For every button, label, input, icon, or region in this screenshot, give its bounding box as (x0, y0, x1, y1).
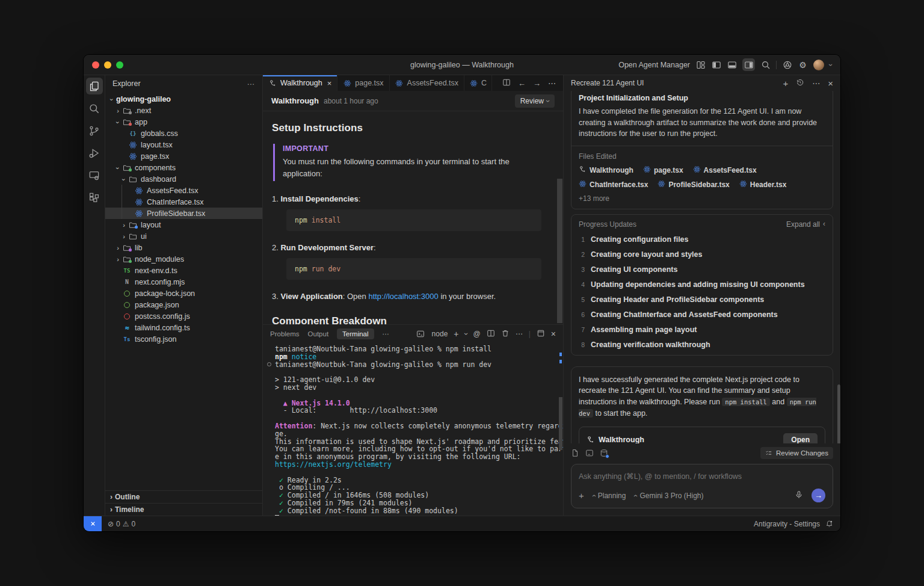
browser-icon[interactable] (782, 60, 792, 70)
add-context-icon[interactable]: + (579, 490, 584, 501)
maximize-panel-icon[interactable] (537, 329, 545, 339)
explorer-activity-icon[interactable] (86, 78, 103, 94)
attach-icon[interactable]: @ (473, 330, 481, 338)
shell-name[interactable]: node (432, 330, 448, 338)
agent-layout-icon[interactable] (695, 60, 706, 70)
file-chip[interactable]: page.tsx (643, 165, 683, 175)
microphone-icon[interactable] (795, 490, 803, 501)
tab-terminal[interactable]: Terminal (337, 328, 374, 339)
file-chip[interactable]: Header.tsx (739, 180, 787, 190)
navigate-forward-icon[interactable]: → (533, 79, 541, 88)
search-activity-icon[interactable] (86, 100, 103, 117)
tree-item-folder[interactable]: › ui (105, 230, 262, 242)
tree-item-folder[interactable]: › components (105, 162, 262, 173)
progress-item[interactable]: 3Creating UI components (571, 262, 833, 277)
terminal-output[interactable]: tanianest@Noutbuk-Tana glowing-galileo %… (263, 343, 563, 516)
search-icon[interactable] (760, 60, 771, 70)
remote-indicator[interactable] (84, 516, 102, 531)
close-agent-panel-icon[interactable]: × (828, 78, 833, 88)
toggle-bottom-panel-icon[interactable] (727, 60, 737, 70)
send-button[interactable]: → (812, 489, 825, 502)
mode-selector[interactable]: › Planning (593, 492, 626, 500)
progress-item[interactable]: 6Creating ChatInterface and AssetsFeed c… (571, 307, 833, 322)
zoom-window-button[interactable] (116, 61, 123, 69)
remote-explorer-activity-icon[interactable] (86, 167, 103, 184)
model-selector[interactable]: › Gemini 3 Pro (High) (634, 492, 703, 500)
tree-item-file[interactable]: package-lock.json (105, 288, 262, 299)
source-control-activity-icon[interactable] (86, 122, 103, 139)
new-conversation-icon[interactable]: + (783, 78, 788, 88)
tree-item-file[interactable]: postcss.config.js (105, 310, 262, 322)
run-debug-activity-icon[interactable] (86, 144, 103, 161)
file-chip[interactable]: ProfileSidebar.tsx (658, 180, 729, 190)
tree-item-file[interactable]: package.json (105, 299, 262, 310)
settings-status-item[interactable]: Antigravity - Settings (754, 520, 820, 528)
agent-scrollbar[interactable] (837, 384, 840, 443)
close-icon[interactable]: × (327, 79, 332, 88)
tree-item-folder[interactable]: › app (105, 116, 262, 128)
agent-conversation[interactable]: Project Initialization and Setup I have … (564, 91, 840, 443)
more-files-link[interactable]: +13 more (579, 194, 609, 203)
close-window-button[interactable] (92, 61, 99, 69)
tree-item-file[interactable]: AssetsFeed.tsx (105, 185, 262, 196)
tree-item-file[interactable]: N next.config.mjs (105, 276, 262, 288)
open-agent-manager-button[interactable]: Open Agent Manager (618, 61, 690, 69)
progress-item[interactable]: 1Creating configuration files (571, 232, 833, 247)
toggle-left-panel-icon[interactable] (711, 60, 721, 70)
walkthrough-content[interactable]: Setup Instructions IMPORTANT You must ru… (263, 111, 563, 324)
tree-item-file[interactable]: layout.tsx (105, 139, 262, 150)
extensions-activity-icon[interactable] (86, 189, 103, 206)
tree-item-file-selected[interactable]: ProfileSidebar.tsx (105, 208, 262, 219)
file-chip[interactable]: Walkthrough (579, 165, 633, 175)
progress-item[interactable]: 5Creating Header and ProfileSidebar comp… (571, 292, 833, 307)
walkthrough-artifact-card[interactable]: Walkthrough Open Walkthrough of the recr… (579, 427, 825, 444)
agent-more-icon[interactable]: ⋯ (812, 79, 820, 88)
tree-item-folder[interactable]: › node_modules (105, 253, 262, 265)
file-chip[interactable]: AssetsFeed.tsx (693, 165, 757, 175)
tree-item-file[interactable]: TS next-env.d.ts (105, 265, 262, 276)
tree-item-file[interactable]: ≈ tailwind.config.ts (105, 322, 262, 333)
new-terminal-chevron-icon[interactable]: › (463, 333, 470, 335)
chat-input[interactable] (579, 472, 825, 481)
account-chevron-down-icon[interactable]: › (827, 64, 834, 66)
chat-input-card[interactable]: + › Planning › Gemini 3 Pro (High) → (571, 464, 833, 508)
file-chip[interactable]: ChatInterface.tsx (579, 180, 648, 190)
tree-item-folder[interactable]: › layout (105, 219, 262, 230)
tab-chatinterface-truncated[interactable]: C (464, 75, 492, 91)
expand-all-button[interactable]: Expand all› (786, 220, 825, 229)
toggle-right-panel-icon[interactable] (742, 58, 755, 71)
terminal-more-icon[interactable]: ⋯ (516, 330, 523, 338)
outline-section[interactable]: › Outline (105, 490, 262, 503)
progress-item[interactable]: 8Creating verification walkthrough (571, 338, 833, 355)
kill-terminal-icon[interactable] (501, 329, 510, 339)
tree-item-root[interactable]: › glowing-galileo (105, 93, 262, 105)
new-terminal-icon[interactable]: + (454, 329, 458, 339)
code-block-run-dev[interactable]: npm run dev (286, 258, 541, 280)
tree-item-folder[interactable]: › .next (105, 105, 262, 116)
split-editor-icon[interactable] (502, 78, 511, 88)
review-button[interactable]: Review › (515, 94, 555, 108)
tree-item-file[interactable]: page.tsx (105, 150, 262, 162)
localhost-link[interactable]: http://localhost:3000 (368, 292, 438, 301)
editor-scrollbar[interactable] (557, 179, 562, 323)
gear-icon[interactable]: ⚙ (798, 60, 808, 70)
close-panel-icon[interactable]: × (551, 329, 556, 339)
tab-page-tsx[interactable]: page.tsx (337, 75, 389, 91)
bell-icon[interactable] (825, 520, 833, 528)
navigate-back-icon[interactable]: ← (518, 79, 526, 88)
progress-item[interactable]: 7Assembling main page layout (571, 322, 833, 338)
tab-walkthrough[interactable]: Walkthrough × (263, 75, 337, 91)
minimize-window-button[interactable] (104, 61, 111, 69)
avatar[interactable] (813, 60, 824, 70)
tab-problems[interactable]: Problems (270, 330, 300, 338)
tree-item-file[interactable]: Ts tsconfig.json (105, 333, 262, 345)
review-changes-button[interactable]: Review Changes (760, 447, 833, 459)
tab-output[interactable]: Output (308, 330, 329, 338)
tree-item-folder[interactable]: › dashboard (105, 173, 262, 185)
progress-item[interactable]: 4Updating dependencies and adding missin… (571, 277, 833, 292)
editor-more-icon[interactable]: ⋯ (548, 79, 556, 88)
timeline-section[interactable]: › Timeline (105, 503, 262, 516)
progress-item[interactable]: 2Creating core layout and styles (571, 247, 833, 262)
tab-assetsfeed-tsx[interactable]: AssetsFeed.tsx (390, 75, 464, 91)
history-icon[interactable] (796, 78, 804, 88)
